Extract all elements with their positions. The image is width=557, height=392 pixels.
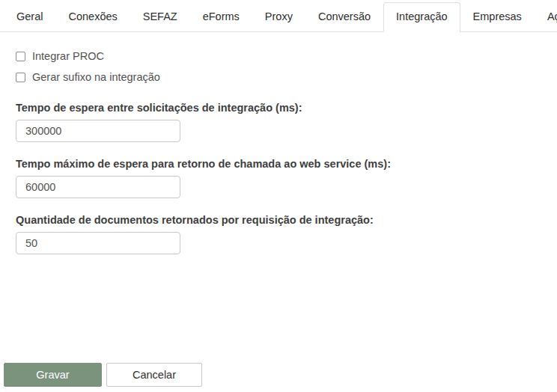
tempo-espera-label: Tempo de espera entre solicitações de in… — [16, 102, 557, 114]
gravar-button[interactable]: Gravar — [4, 363, 102, 387]
tab-integracao[interactable]: Integração — [383, 2, 460, 32]
checkbox-gerar-sufixo[interactable] — [16, 73, 25, 82]
tab-sefaz[interactable]: SEFAZ — [130, 2, 190, 32]
tab-eforms[interactable]: eForms — [190, 2, 252, 32]
checkbox-gerar-sufixo-label: Gerar sufixo na integração — [32, 71, 160, 83]
settings-window: Geral Conexões SEFAZ eForms Proxy Conver… — [0, 0, 557, 392]
tab-empresas[interactable]: Empresas — [460, 2, 535, 32]
field-quantidade-documentos: Quantidade de documentos retornados por … — [16, 214, 557, 254]
tab-conexoes[interactable]: Conexões — [55, 2, 130, 32]
tab-acoes[interactable]: Ações — [535, 2, 557, 32]
tab-panel-integracao: Integrar PROC Gerar sufixo na integração… — [0, 32, 557, 387]
tempo-maximo-input[interactable] — [16, 176, 180, 198]
checkbox-integrar-proc-label: Integrar PROC — [32, 50, 104, 62]
checkbox-row-integrar-proc[interactable]: Integrar PROC — [16, 50, 557, 62]
tab-conversao[interactable]: Conversão — [305, 2, 383, 32]
tab-proxy[interactable]: Proxy — [252, 2, 305, 32]
fields-group: Tempo de espera entre solicitações de in… — [16, 102, 557, 254]
action-buttons: Gravar Cancelar — [4, 363, 557, 387]
tab-bar: Geral Conexões SEFAZ eForms Proxy Conver… — [0, 0, 557, 32]
field-tempo-maximo: Tempo máximo de espera para retorno de c… — [16, 158, 557, 198]
cancelar-button[interactable]: Cancelar — [106, 363, 202, 387]
quantidade-documentos-label: Quantidade de documentos retornados por … — [16, 214, 557, 227]
checkbox-row-gerar-sufixo[interactable]: Gerar sufixo na integração — [16, 71, 557, 83]
field-tempo-espera: Tempo de espera entre solicitações de in… — [16, 102, 557, 142]
tempo-maximo-label: Tempo máximo de espera para retorno de c… — [16, 158, 557, 171]
quantidade-documentos-input[interactable] — [16, 232, 180, 254]
checkbox-integrar-proc[interactable] — [16, 52, 25, 61]
tempo-espera-input[interactable] — [16, 120, 180, 142]
tab-geral[interactable]: Geral — [4, 2, 55, 32]
